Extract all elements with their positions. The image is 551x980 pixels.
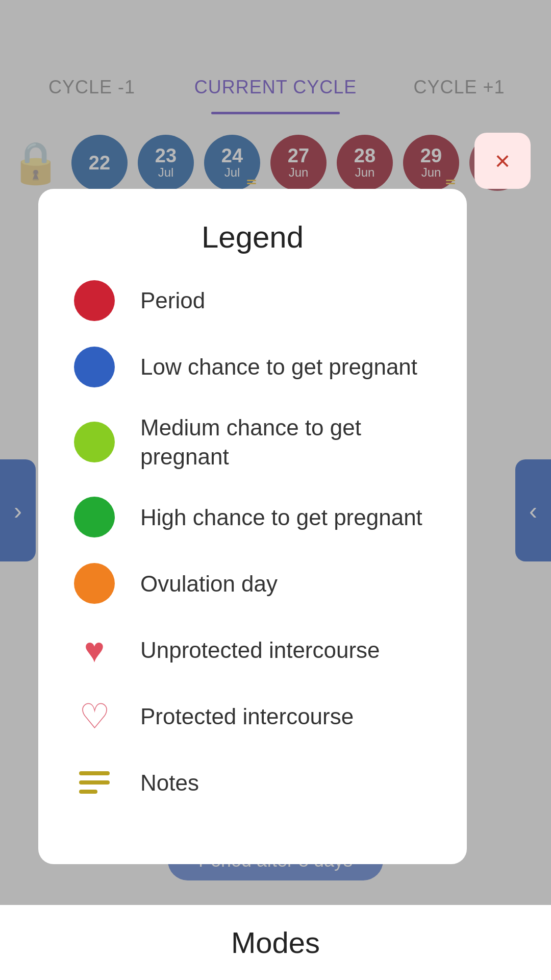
close-button-wrapper: × [474, 133, 531, 189]
bottom-strip[interactable]: Modes [0, 905, 551, 980]
high-chance-dot [74, 497, 115, 537]
high-chance-label: High chance to get pregnant [140, 503, 422, 532]
legend-item-notes: Notes [74, 762, 431, 803]
low-chance-label: Low chance to get pregnant [140, 352, 417, 381]
period-dot [74, 280, 115, 321]
period-label: Period [140, 286, 205, 315]
legend-title: Legend [74, 219, 431, 255]
unprotected-heart-icon: ♥ [74, 629, 115, 670]
legend-item-medium-chance: Medium chance to get pregnant [74, 413, 431, 471]
legend-item-protected: ♡ Protected intercourse [74, 696, 431, 737]
medium-chance-label: Medium chance to get pregnant [140, 413, 431, 471]
legend-item-high-chance: High chance to get pregnant [74, 497, 431, 537]
legend-item-unprotected: ♥ Unprotected intercourse [74, 629, 431, 670]
protected-heart-icon: ♡ [74, 696, 115, 737]
notes-label: Notes [140, 768, 199, 797]
legend-item-low-chance: Low chance to get pregnant [74, 347, 431, 387]
unprotected-label: Unprotected intercourse [140, 635, 380, 665]
legend-item-ovulation: Ovulation day [74, 563, 431, 604]
medium-chance-dot [74, 422, 115, 462]
close-icon: × [495, 145, 510, 176]
low-chance-dot [74, 347, 115, 387]
protected-label: Protected intercourse [140, 702, 354, 731]
legend-item-period: Period [74, 280, 431, 321]
legend-modal: Legend Period Low chance to get pregnant… [38, 189, 467, 864]
notes-lines-icon [74, 762, 115, 803]
ovulation-dot [74, 563, 115, 604]
close-legend-button[interactable]: × [474, 133, 531, 189]
modes-label: Modes [231, 926, 320, 959]
ovulation-label: Ovulation day [140, 569, 278, 598]
